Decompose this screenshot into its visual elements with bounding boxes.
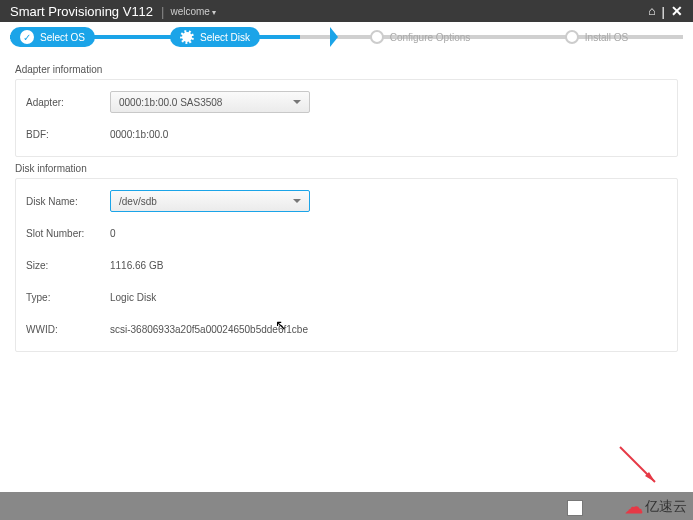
app-title: Smart Provisioning V112 (10, 4, 153, 19)
step-install-os: Install OS (555, 27, 638, 47)
wwid-value: scsi-36806933a20f5a00024650b5dde6f1cbe (110, 324, 308, 335)
spinner-icon (180, 30, 194, 44)
welcome-dropdown[interactable]: welcome (170, 6, 216, 17)
wwid-label: WWID: (26, 324, 110, 335)
size-label: Size: (26, 260, 110, 271)
adapter-dropdown-value: 0000:1b:00.0 SAS3508 (119, 97, 222, 108)
step-label: Install OS (585, 32, 628, 43)
step-bar: ✓ Select OS Select Disk Configure Option… (0, 22, 693, 52)
size-value: 1116.66 GB (110, 260, 163, 271)
disk-name-dropdown[interactable]: /dev/sdb (110, 190, 310, 212)
step-pending-icon (565, 30, 579, 44)
slot-value: 0 (110, 228, 116, 239)
step-pending-icon (370, 30, 384, 44)
check-icon: ✓ (20, 30, 34, 44)
content-area: Adapter information Adapter: 0000:1b:00.… (0, 52, 693, 362)
cloud-icon: ☁ (625, 496, 643, 518)
step-select-os[interactable]: ✓ Select OS (10, 27, 95, 47)
step-configure-options: Configure Options (360, 27, 481, 47)
chevron-down-icon (293, 199, 301, 203)
step-label: Select Disk (200, 32, 250, 43)
adapter-dropdown[interactable]: 0000:1b:00.0 SAS3508 (110, 91, 310, 113)
step-select-disk[interactable]: Select Disk (170, 27, 260, 47)
adapter-section-title: Adapter information (15, 64, 678, 75)
step-label: Configure Options (390, 32, 471, 43)
footer-checkbox[interactable] (567, 500, 583, 516)
disk-section: Disk Name: /dev/sdb Slot Number: 0 Size:… (15, 178, 678, 352)
bdf-label: BDF: (26, 129, 110, 140)
bdf-value: 0000:1b:00.0 (110, 129, 168, 140)
watermark-text: 亿速云 (645, 498, 687, 516)
slot-label: Slot Number: (26, 228, 110, 239)
close-icon[interactable]: ✕ (671, 3, 683, 19)
adapter-section: Adapter: 0000:1b:00.0 SAS3508 BDF: 0000:… (15, 79, 678, 157)
home-icon[interactable]: ⌂ (648, 4, 655, 18)
header-divider: | (161, 4, 164, 19)
step-label: Select OS (40, 32, 85, 43)
adapter-label: Adapter: (26, 97, 110, 108)
app-header: Smart Provisioning V112 | welcome ⌂ | ✕ (0, 0, 693, 22)
chevron-down-icon (293, 100, 301, 104)
watermark-logo: ☁ 亿速云 (625, 496, 687, 518)
disk-name-dropdown-value: /dev/sdb (119, 196, 157, 207)
step-arrow-icon (330, 27, 338, 47)
annotation-arrow-icon (615, 442, 665, 492)
disk-section-title: Disk information (15, 163, 678, 174)
header-divider-2: | (662, 4, 665, 19)
disk-name-label: Disk Name: (26, 196, 110, 207)
type-value: Logic Disk (110, 292, 156, 303)
type-label: Type: (26, 292, 110, 303)
footer-bar (0, 492, 693, 520)
